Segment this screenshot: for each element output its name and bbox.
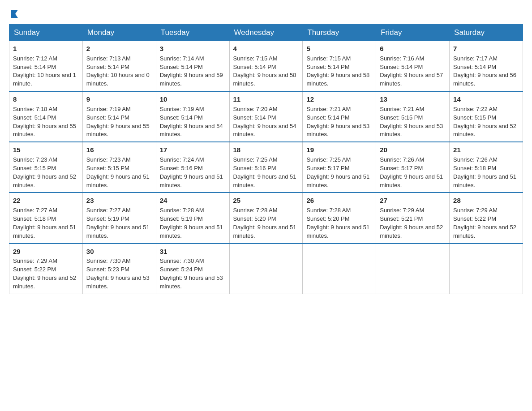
daylight-text: Daylight: 9 hours and 52 minutes. (13, 274, 76, 290)
daylight-text: Daylight: 9 hours and 55 minutes. (13, 123, 76, 138)
sunrise-text: Sunrise: 7:30 AM (160, 257, 204, 264)
calendar-week-row: 1Sunrise: 7:12 AMSunset: 5:14 PMDaylight… (9, 41, 523, 92)
daylight-text: Daylight: 9 hours and 51 minutes. (453, 173, 516, 188)
calendar-cell: 3Sunrise: 7:14 AMSunset: 5:14 PMDaylight… (156, 41, 229, 92)
sunset-text: Sunset: 5:17 PM (306, 165, 349, 171)
day-number: 7 (453, 44, 519, 54)
daylight-text: Daylight: 9 hours and 51 minutes. (233, 224, 296, 239)
daylight-text: Daylight: 9 hours and 56 minutes. (453, 72, 516, 87)
logo (9, 9, 20, 17)
sunset-text: Sunset: 5:14 PM (13, 64, 56, 70)
daylight-text: Daylight: 9 hours and 59 minutes. (160, 72, 223, 87)
sunset-text: Sunset: 5:20 PM (233, 215, 276, 222)
day-number: 19 (306, 145, 372, 155)
svg-marker-0 (11, 10, 18, 18)
daylight-text: Daylight: 9 hours and 53 minutes. (380, 123, 443, 138)
sunrise-text: Sunrise: 7:24 AM (160, 156, 204, 163)
day-number: 27 (380, 196, 446, 206)
day-number: 5 (306, 44, 372, 54)
sunset-text: Sunset: 5:24 PM (160, 266, 203, 273)
logo-flag-icon (10, 9, 20, 19)
calendar-cell: 20Sunrise: 7:26 AMSunset: 5:17 PMDayligh… (376, 142, 450, 193)
day-number: 28 (453, 196, 519, 206)
day-number: 11 (233, 94, 299, 104)
sunset-text: Sunset: 5:15 PM (86, 165, 129, 171)
sunset-text: Sunset: 5:19 PM (160, 215, 203, 222)
calendar-cell (303, 244, 376, 294)
day-number: 29 (13, 247, 79, 257)
day-number: 24 (160, 196, 226, 206)
calendar-header-wednesday: Wednesday (229, 25, 303, 41)
calendar-cell: 22Sunrise: 7:27 AMSunset: 5:18 PMDayligh… (9, 193, 83, 243)
sunset-text: Sunset: 5:15 PM (453, 114, 496, 121)
daylight-text: Daylight: 9 hours and 52 minutes. (380, 224, 443, 239)
sunrise-text: Sunrise: 7:19 AM (86, 106, 131, 112)
calendar-cell: 10Sunrise: 7:19 AMSunset: 5:14 PMDayligh… (156, 91, 229, 142)
calendar-cell: 4Sunrise: 7:15 AMSunset: 5:14 PMDaylight… (229, 41, 303, 92)
day-number: 12 (306, 94, 372, 104)
day-number: 31 (160, 247, 226, 257)
calendar-cell (376, 244, 450, 294)
sunset-text: Sunset: 5:23 PM (86, 266, 129, 273)
daylight-text: Daylight: 9 hours and 51 minutes. (160, 173, 223, 188)
sunrise-text: Sunrise: 7:20 AM (233, 106, 278, 112)
day-number: 4 (233, 44, 299, 54)
day-number: 21 (453, 145, 519, 155)
calendar-cell: 7Sunrise: 7:17 AMSunset: 5:14 PMDaylight… (450, 41, 523, 92)
sunset-text: Sunset: 5:14 PM (306, 64, 349, 70)
sunrise-text: Sunrise: 7:15 AM (306, 55, 351, 62)
calendar-header-friday: Friday (376, 25, 450, 41)
calendar-cell: 13Sunrise: 7:21 AMSunset: 5:15 PMDayligh… (376, 91, 450, 142)
day-number: 8 (13, 94, 79, 104)
sunrise-text: Sunrise: 7:14 AM (160, 55, 204, 62)
sunset-text: Sunset: 5:15 PM (13, 165, 56, 171)
calendar-week-row: 22Sunrise: 7:27 AMSunset: 5:18 PMDayligh… (9, 193, 523, 243)
sunset-text: Sunset: 5:14 PM (160, 114, 203, 121)
sunset-text: Sunset: 5:14 PM (86, 64, 129, 70)
sunrise-text: Sunrise: 7:27 AM (13, 207, 57, 214)
sunrise-text: Sunrise: 7:26 AM (380, 156, 424, 163)
daylight-text: Daylight: 9 hours and 51 minutes. (13, 224, 76, 239)
calendar-cell: 11Sunrise: 7:20 AMSunset: 5:14 PMDayligh… (229, 91, 303, 142)
daylight-text: Daylight: 9 hours and 51 minutes. (380, 173, 443, 188)
day-number: 22 (13, 196, 79, 206)
sunset-text: Sunset: 5:14 PM (380, 64, 423, 70)
calendar-header-thursday: Thursday (303, 25, 376, 41)
daylight-text: Daylight: 10 hours and 0 minutes. (86, 72, 150, 87)
day-number: 17 (160, 145, 226, 155)
daylight-text: Daylight: 10 hours and 1 minute. (13, 72, 76, 87)
sunrise-text: Sunrise: 7:22 AM (453, 106, 498, 112)
calendar-header-row: SundayMondayTuesdayWednesdayThursdayFrid… (9, 25, 523, 41)
sunset-text: Sunset: 5:15 PM (380, 114, 423, 121)
calendar-cell: 18Sunrise: 7:25 AMSunset: 5:16 PMDayligh… (229, 142, 303, 193)
sunset-text: Sunset: 5:19 PM (86, 215, 129, 222)
daylight-text: Daylight: 9 hours and 58 minutes. (233, 72, 296, 87)
sunrise-text: Sunrise: 7:21 AM (306, 106, 351, 112)
calendar-cell: 27Sunrise: 7:29 AMSunset: 5:21 PMDayligh… (376, 193, 450, 243)
calendar-cell: 23Sunrise: 7:27 AMSunset: 5:19 PMDayligh… (82, 193, 156, 243)
sunrise-text: Sunrise: 7:17 AM (453, 55, 498, 62)
calendar-cell (229, 244, 303, 294)
calendar-table: SundayMondayTuesdayWednesdayThursdayFrid… (9, 24, 523, 294)
sunrise-text: Sunrise: 7:26 AM (453, 156, 498, 163)
day-number: 25 (233, 196, 299, 206)
sunset-text: Sunset: 5:16 PM (160, 165, 203, 171)
calendar-cell: 19Sunrise: 7:25 AMSunset: 5:17 PMDayligh… (303, 142, 376, 193)
calendar-header-sunday: Sunday (9, 25, 83, 41)
daylight-text: Daylight: 9 hours and 52 minutes. (13, 173, 76, 188)
daylight-text: Daylight: 9 hours and 52 minutes. (453, 123, 516, 138)
calendar-week-row: 8Sunrise: 7:18 AMSunset: 5:14 PMDaylight… (9, 91, 523, 142)
sunrise-text: Sunrise: 7:13 AM (86, 55, 131, 62)
sunrise-text: Sunrise: 7:18 AM (13, 106, 57, 112)
day-number: 2 (86, 44, 152, 54)
calendar-cell: 2Sunrise: 7:13 AMSunset: 5:14 PMDaylight… (82, 41, 156, 92)
daylight-text: Daylight: 9 hours and 51 minutes. (160, 224, 223, 239)
calendar-cell: 9Sunrise: 7:19 AMSunset: 5:14 PMDaylight… (82, 91, 156, 142)
calendar-cell: 26Sunrise: 7:28 AMSunset: 5:20 PMDayligh… (303, 193, 376, 243)
sunrise-text: Sunrise: 7:23 AM (13, 156, 57, 163)
calendar-week-row: 15Sunrise: 7:23 AMSunset: 5:15 PMDayligh… (9, 142, 523, 193)
sunrise-text: Sunrise: 7:21 AM (380, 106, 424, 112)
sunrise-text: Sunrise: 7:28 AM (233, 207, 278, 214)
sunrise-text: Sunrise: 7:28 AM (160, 207, 204, 214)
calendar-cell (450, 244, 523, 294)
